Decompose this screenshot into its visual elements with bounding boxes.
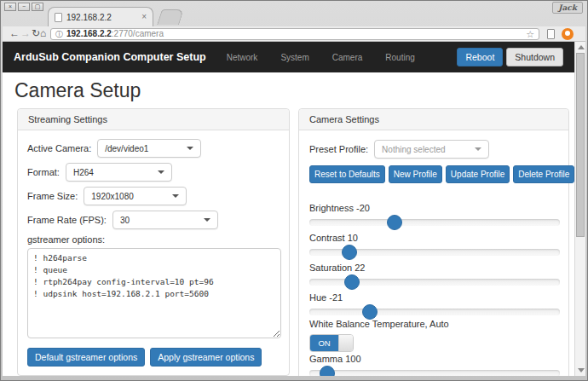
app-brand: ArduSub Companion Computer Setup xyxy=(14,51,206,63)
delete-profile-button[interactable]: Delete Profile xyxy=(513,165,574,183)
bookmark-star-icon[interactable]: ☆ xyxy=(526,30,534,39)
nav-links: Network System Camera Routing xyxy=(227,53,415,62)
site-info-icon[interactable]: ⓘ xyxy=(55,30,63,38)
slider-handle[interactable] xyxy=(342,245,357,260)
frame-rate-select[interactable]: 30 xyxy=(112,211,218,229)
hue-slider-label: Hue -21 xyxy=(309,292,560,303)
preset-profile-row: Preset Profile: Nothing selected xyxy=(309,140,489,159)
gstreamer-options-label: gstreamer options: xyxy=(27,234,280,245)
apply-gstreamer-options-button[interactable]: Apply gstreamer options xyxy=(150,348,262,367)
page-scrollbar[interactable] xyxy=(574,42,585,376)
window-controls: × − ▢ xyxy=(4,3,43,11)
window-minimize-button[interactable]: − xyxy=(18,3,30,11)
nav-item-system[interactable]: System xyxy=(280,53,308,62)
nav-item-network[interactable]: Network xyxy=(227,53,258,62)
page-action-icon[interactable] xyxy=(547,29,555,39)
reload-icon[interactable]: ↻ xyxy=(32,27,40,40)
camera-settings-body: Preset Profile: Nothing selected Reset t… xyxy=(299,130,568,376)
default-gstreamer-options-button[interactable]: Default gstreamer options xyxy=(27,348,145,367)
format-row: Format: H264 xyxy=(27,163,280,182)
preset-profile-value: Nothing selected xyxy=(382,145,446,154)
preset-profile-select[interactable]: Nothing selected xyxy=(374,140,489,159)
caret-down-icon xyxy=(187,147,193,150)
gamma-slider-label: Gamma 100 xyxy=(309,354,560,364)
frame-size-label: Frame Size: xyxy=(27,191,78,201)
profile-buttons: Reset to Defaults New Profile Update Pro… xyxy=(309,165,574,183)
page-title: Camera Setup xyxy=(14,79,141,102)
slider-handle[interactable] xyxy=(320,366,335,376)
home-icon[interactable]: ⌂ xyxy=(40,27,46,40)
active-camera-label: Active Camera: xyxy=(27,143,91,153)
hue-slider[interactable] xyxy=(309,309,560,315)
caret-down-icon xyxy=(172,194,179,198)
shutdown-button[interactable]: Shutdown xyxy=(506,48,563,66)
reset-to-defaults-button[interactable]: Reset to Defaults xyxy=(309,165,385,183)
slider-handle[interactable] xyxy=(362,304,378,320)
gstreamer-buttons: Default gstreamer options Apply gstreame… xyxy=(27,348,280,367)
scroll-up-icon[interactable] xyxy=(578,45,585,49)
streaming-settings-heading: Streaming Settings xyxy=(18,109,289,130)
page-viewport: ArduSub Companion Computer Setup Network… xyxy=(3,42,585,376)
window-maximize-button[interactable]: ▢ xyxy=(32,3,43,11)
camera-settings-heading: Camera Settings xyxy=(299,109,568,130)
frame-rate-row: Frame Rate (FPS): 30 xyxy=(27,211,280,229)
brightness-slider-label: Brightness -20 xyxy=(309,203,560,213)
address-bar[interactable]: ⓘ 192.168.2.2:2770/camera ☆ xyxy=(50,28,539,40)
white-balance-toggle[interactable]: ON xyxy=(309,334,354,352)
window-user-label: Jack xyxy=(552,2,583,14)
tab-title: 192.168.2.2 xyxy=(66,13,137,22)
forward-icon[interactable]: → xyxy=(20,27,31,40)
frame-size-select[interactable]: 1920x1080 xyxy=(84,187,187,205)
back-icon[interactable]: ← xyxy=(9,27,20,40)
browser-tab[interactable]: 192.168.2.2 × xyxy=(48,7,153,26)
reboot-button[interactable]: Reboot xyxy=(457,48,503,66)
toggle-on-label: ON xyxy=(310,335,338,351)
brightness-slider-group: Brightness -20 xyxy=(309,203,560,226)
navbar-actions: Reboot Shutdown xyxy=(457,48,563,66)
new-tab-button[interactable] xyxy=(157,9,184,25)
gamma-slider[interactable] xyxy=(309,370,560,376)
browser-toolbar: ← → ↻ ⌂ ⓘ 192.168.2.2:2770/camera ☆ xyxy=(3,26,585,42)
gamma-slider-group: Gamma 100 xyxy=(309,354,560,376)
caret-down-icon xyxy=(475,147,481,151)
gstreamer-options-textarea[interactable]: ! h264parse ! queue ! rtph264pay config-… xyxy=(27,248,281,338)
caret-down-icon xyxy=(204,218,210,222)
frame-rate-label: Frame Rate (FPS): xyxy=(27,215,107,225)
favicon-icon xyxy=(55,13,62,22)
white-balance-group: White Balance Temperature, Auto ON xyxy=(309,319,560,352)
format-select[interactable]: H264 xyxy=(66,163,172,182)
avatar-icon[interactable] xyxy=(562,28,574,40)
saturation-slider[interactable] xyxy=(309,279,560,286)
nav-item-camera[interactable]: Camera xyxy=(332,53,363,62)
slider-handle[interactable] xyxy=(344,274,360,290)
saturation-slider-group: Saturation 22 xyxy=(309,263,560,286)
contrast-slider-label: Contrast 10 xyxy=(309,233,560,243)
browser-window: × − ▢ 192.168.2.2 × Jack ← → ↻ ⌂ ⓘ 192.1… xyxy=(0,0,588,381)
contrast-slider-group: Contrast 10 xyxy=(309,233,560,256)
tab-close-icon[interactable]: × xyxy=(141,13,147,21)
format-value: H264 xyxy=(73,168,94,177)
active-camera-select[interactable]: /dev/video1 xyxy=(97,139,201,158)
url-host: 192.168.2.2 xyxy=(66,29,112,38)
active-camera-value: /dev/video1 xyxy=(105,144,148,153)
slider-handle[interactable] xyxy=(387,215,402,230)
new-profile-button[interactable]: New Profile xyxy=(389,165,442,183)
toggle-handle-icon xyxy=(338,335,353,351)
app-navbar: ArduSub Companion Computer Setup Network… xyxy=(3,42,574,72)
white-balance-label: White Balance Temperature, Auto xyxy=(309,319,560,329)
contrast-slider[interactable] xyxy=(309,249,560,256)
update-profile-button[interactable]: Update Profile xyxy=(446,165,510,183)
camera-settings-panel: Camera Settings Preset Profile: Nothing … xyxy=(298,108,569,376)
frame-rate-value: 30 xyxy=(120,216,130,225)
nav-item-routing[interactable]: Routing xyxy=(385,53,414,62)
window-titlebar: × − ▢ 192.168.2.2 × Jack xyxy=(1,1,587,26)
streaming-settings-body: Active Camera: /dev/video1 Format: H264 … xyxy=(18,130,289,375)
window-close-button[interactable]: × xyxy=(4,3,16,11)
streaming-settings-panel: Streaming Settings Active Camera: /dev/v… xyxy=(17,108,290,376)
format-label: Format: xyxy=(27,167,60,177)
scroll-down-icon[interactable] xyxy=(578,368,585,372)
scrollbar-thumb[interactable] xyxy=(576,53,585,237)
preset-profile-label: Preset Profile: xyxy=(309,144,368,154)
active-camera-row: Active Camera: /dev/video1 xyxy=(27,139,280,158)
brightness-slider[interactable] xyxy=(309,219,560,226)
